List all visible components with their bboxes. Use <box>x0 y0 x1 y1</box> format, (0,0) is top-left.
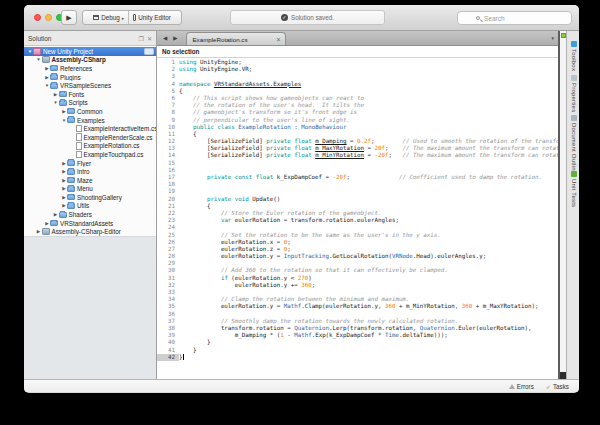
tree-item-vrsamplescenes[interactable]: ▼VRSampleScenes <box>24 81 156 90</box>
line-number[interactable]: 9 <box>157 117 179 124</box>
expander-closed-icon[interactable]: ▶ <box>36 229 42 234</box>
line-number[interactable]: 20 <box>157 196 179 203</box>
line-number[interactable]: 25 <box>157 232 179 239</box>
tree-item-assembly-csharp-editor[interactable]: ▶Assembly-CSharp-Editor <box>24 227 156 236</box>
code-line[interactable]: 16 <box>157 167 558 174</box>
line-number[interactable]: 7 <box>157 102 179 109</box>
tree-item-maze[interactable]: ▶Maze <box>24 176 156 185</box>
line-number[interactable]: 41 <box>157 347 179 354</box>
code-line[interactable]: 15 <box>157 160 558 167</box>
code-line[interactable]: 27 eulerRotation.z = 0; <box>157 246 558 253</box>
tree-item-shaders[interactable]: ▶Shaders <box>24 210 156 219</box>
code-line[interactable]: 26 eulerRotation.x = 0; <box>157 239 558 246</box>
code-line[interactable]: 21 { <box>157 203 558 210</box>
search-input[interactable]: Search <box>457 11 572 25</box>
errors-pad-button[interactable]: Errors <box>509 383 534 390</box>
line-number[interactable]: 24 <box>157 224 179 231</box>
tree-item-flyer[interactable]: ▶Flyer <box>24 159 156 168</box>
code-line[interactable]: 5{ <box>157 88 558 95</box>
code-line[interactable]: 20 private void Update() <box>157 196 558 203</box>
line-number[interactable]: 16 <box>157 167 179 174</box>
line-number[interactable]: 19 <box>157 188 179 195</box>
code-line[interactable]: 33 <box>157 289 558 296</box>
line-number[interactable]: 1 <box>157 59 179 66</box>
line-number[interactable]: 22 <box>157 210 179 217</box>
dock-tab-properties[interactable]: Properties <box>567 75 579 112</box>
tree-item-utils[interactable]: ▶Utils <box>24 202 156 211</box>
code-line[interactable]: 34 // Clamp the rotation between the min… <box>157 296 558 303</box>
tab-list-dropdown-icon[interactable]: ▾ <box>551 35 554 41</box>
code-line[interactable]: 2using UnityEngine.VR; <box>157 66 558 73</box>
code-line[interactable]: 12 [SerializeField] private float m_Damp… <box>157 138 558 145</box>
line-number[interactable]: 8 <box>157 109 179 116</box>
line-number[interactable]: 35 <box>157 303 179 310</box>
line-number[interactable]: 11 <box>157 131 179 138</box>
navigate-forward-icon[interactable]: ▶ <box>170 35 180 41</box>
code-line[interactable]: 24 <box>157 224 558 231</box>
code-line[interactable]: 41 } <box>157 347 558 354</box>
tree-item-assembly-csharp[interactable]: ▼Assembly-CSharp <box>24 56 156 65</box>
code-line[interactable]: 17 private const float k_ExpDampCoef = -… <box>157 174 558 181</box>
line-number[interactable]: 27 <box>157 246 179 253</box>
line-number[interactable]: 10 <box>157 124 179 131</box>
line-number[interactable]: 17 <box>157 174 179 181</box>
expander-closed-icon[interactable]: ▶ <box>53 92 59 97</box>
code-line[interactable]: 18 <box>157 181 558 188</box>
line-number[interactable]: 26 <box>157 239 179 246</box>
dock-tab-toolbox[interactable]: Toolbox <box>567 41 579 71</box>
tab-examplerotation[interactable]: ExampleRotation.cs × <box>186 32 286 45</box>
code-line[interactable]: 37 // Smoothly damp the rotation towards… <box>157 318 558 325</box>
line-number[interactable]: 3 <box>157 73 179 80</box>
close-pad-icon[interactable]: ✕ <box>147 35 152 42</box>
tree-item-fonts[interactable]: ▶Fonts <box>24 90 156 99</box>
close-window-button[interactable] <box>34 14 41 21</box>
line-number[interactable]: 30 <box>157 267 179 274</box>
tree-item-scripts[interactable]: ▼Scripts <box>24 99 156 108</box>
tree-item-examples[interactable]: ▼Examples <box>24 116 156 125</box>
code-line[interactable]: 30 // Add 360 to the rotation so that it… <box>157 267 558 274</box>
line-number[interactable]: 33 <box>157 289 179 296</box>
code-line[interactable]: 40 } <box>157 339 558 346</box>
dock-tab-unit-tests[interactable]: Unit Tests <box>567 171 579 207</box>
line-number[interactable]: 6 <box>157 95 179 102</box>
line-number[interactable]: 40 <box>157 339 179 346</box>
line-number[interactable]: 5 <box>157 88 179 95</box>
code-line[interactable]: 14 [SerializeField] private float m_MinY… <box>157 152 558 159</box>
code-line[interactable]: 28 eulerRotation.y = InputTracking.GetLo… <box>157 253 558 260</box>
code-editor[interactable]: 1using UnityEngine;2using UnityEngine.VR… <box>157 58 558 379</box>
tab-close-icon[interactable]: × <box>276 36 280 43</box>
minimize-window-button[interactable] <box>45 14 52 21</box>
line-number[interactable]: 13 <box>157 145 179 152</box>
line-number[interactable]: 38 <box>157 325 179 332</box>
tree-item-menu[interactable]: ▶Menu <box>24 185 156 194</box>
line-number[interactable]: 39 <box>157 332 179 339</box>
tree-item-examplerotation-cs[interactable]: ExampleRotation.cs <box>24 142 156 151</box>
tree-item-references[interactable]: ▶References <box>24 64 156 73</box>
line-number[interactable]: 12 <box>157 138 179 145</box>
tree-item-common[interactable]: ▶Common <box>24 107 156 116</box>
line-number[interactable]: 2 <box>157 66 179 73</box>
navigate-back-icon[interactable]: ◀ <box>160 35 170 41</box>
code-line[interactable]: 29 <box>157 260 558 267</box>
line-number[interactable]: 29 <box>157 260 179 267</box>
code-line[interactable]: 42} <box>157 354 558 361</box>
code-line[interactable]: 3 <box>157 73 558 80</box>
tree-item-intro[interactable]: ▶Intro <box>24 167 156 176</box>
code-line[interactable]: 31 if (eulerRotation.y < 270) <box>157 275 558 282</box>
code-line[interactable]: 36 <box>157 311 558 318</box>
code-line[interactable]: 39 m_Damping * (1 - Mathf.Exp(k_ExpDampC… <box>157 332 558 339</box>
tree-item-examplerenderscale-cs[interactable]: ExampleRenderScale.cs <box>24 133 156 142</box>
tree-item-new-unity-project[interactable]: ▼New Unity Project <box>24 47 156 56</box>
line-number[interactable]: 31 <box>157 275 179 282</box>
line-number[interactable]: 34 <box>157 296 179 303</box>
code-line[interactable]: 13 [SerializeField] private float m_MaxY… <box>157 145 558 152</box>
line-number[interactable]: 23 <box>157 217 179 224</box>
line-number[interactable]: 18 <box>157 181 179 188</box>
line-number[interactable]: 4 <box>157 81 179 88</box>
tree-item-vrstandardassets[interactable]: ▶VRStandardAssets <box>24 219 156 228</box>
code-line[interactable]: 4namespace VRStandardAssets.Examples <box>157 81 558 88</box>
code-line[interactable]: 25 // Set the rotation to be the same as… <box>157 232 558 239</box>
code-line[interactable]: 8 // gameobject's transform so it's fron… <box>157 109 558 116</box>
expander-closed-icon[interactable]: ▶ <box>53 212 59 217</box>
dock-tab-document-outline[interactable]: Document Outline <box>567 115 579 174</box>
